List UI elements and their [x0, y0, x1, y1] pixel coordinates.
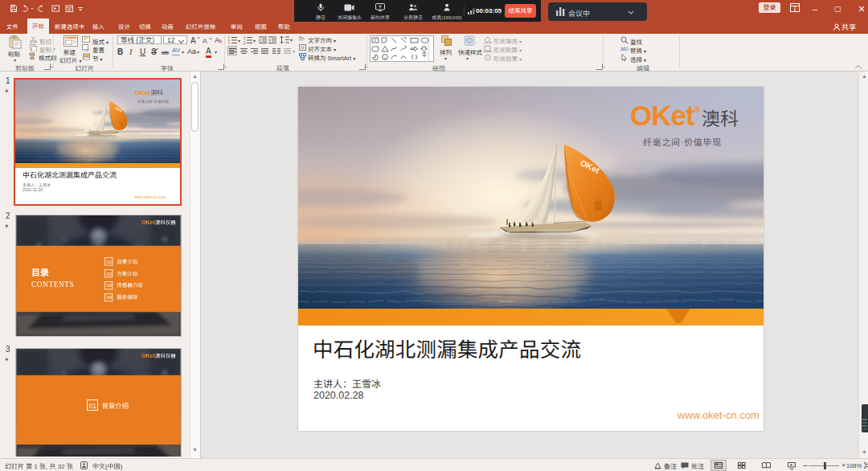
- svg-text:服务保障: 服务保障: [117, 293, 137, 301]
- svg-text:CONTENTS: CONTENTS: [31, 281, 74, 289]
- svg-text:背景介绍: 背景介绍: [101, 400, 129, 410]
- svg-text:OKet: OKet: [141, 353, 155, 358]
- svg-text:A: A: [190, 36, 196, 44]
- svg-text:1: 1: [244, 36, 246, 40]
- svg-text:02: 02: [106, 272, 112, 276]
- svg-text:04: 04: [106, 295, 112, 300]
- svg-text:方案介绍: 方案介绍: [117, 270, 137, 277]
- svg-text:澳科仪器: 澳科仪器: [155, 352, 176, 359]
- svg-text:A: A: [215, 36, 219, 44]
- svg-text:A: A: [203, 37, 207, 44]
- svg-text:传感器介绍: 传感器介绍: [117, 281, 142, 289]
- svg-text:澳科仪器: 澳科仪器: [155, 219, 176, 226]
- svg-text:2: 2: [244, 41, 246, 44]
- svg-text:背景介绍: 背景介绍: [117, 258, 137, 265]
- svg-text:01: 01: [89, 402, 97, 410]
- svg-text:OKet: OKet: [141, 219, 155, 225]
- svg-text:ab: ab: [620, 46, 627, 51]
- svg-text:目录: 目录: [31, 265, 49, 278]
- svg-text:03: 03: [106, 283, 112, 288]
- svg-text:01: 01: [106, 260, 112, 264]
